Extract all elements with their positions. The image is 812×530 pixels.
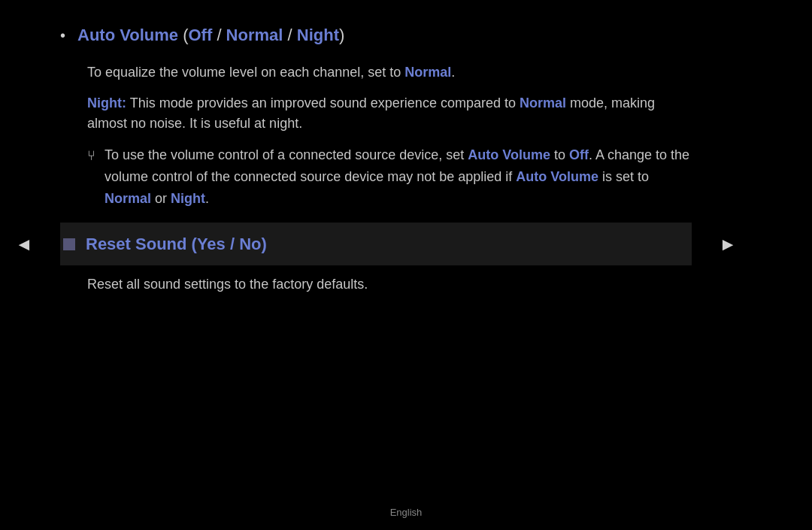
desc2-text: This mode provides an improved sound exp…: [126, 95, 520, 111]
note-text: To use the volume control of a connected…: [105, 144, 692, 209]
title-paren-close: ): [339, 26, 344, 44]
auto-volume-desc2: Night: This mode provides an improved so…: [87, 93, 692, 134]
note-text1: To use the volume control of a connected…: [105, 147, 468, 162]
note-text2: to: [550, 147, 569, 162]
note-normal: Normal: [105, 191, 151, 206]
note-auto-volume-2: Auto Volume: [516, 169, 598, 184]
language-footer: English: [390, 505, 423, 520]
note-text5: or: [151, 191, 171, 206]
reset-sound-icon: [63, 238, 75, 250]
reset-sound-row: ◄ Reset Sound (Yes / No) ►: [60, 223, 692, 265]
note-text6: .: [205, 191, 209, 206]
auto-volume-label: Auto Volume: [77, 26, 178, 44]
reset-sound-label: Reset Sound (: [86, 235, 197, 253]
auto-volume-desc1: To equalize the volume level on each cha…: [87, 62, 692, 83]
note-off: Off: [569, 147, 589, 162]
reset-sound-description: Reset all sound settings to the factory …: [87, 274, 692, 295]
no-label: No: [239, 235, 261, 253]
desc1-end: .: [451, 65, 455, 80]
note-icon: ⑂: [87, 146, 95, 166]
nav-right-arrow[interactable]: ►: [719, 231, 737, 258]
normal-label-title: Normal: [226, 26, 283, 44]
separator1: /: [212, 26, 226, 44]
night-bold: Night:: [87, 95, 126, 111]
desc1-highlight: Normal: [404, 65, 451, 80]
separator2: /: [283, 26, 296, 44]
off-label: Off: [189, 26, 213, 44]
note-text4: is set to: [598, 169, 649, 184]
reset-paren-close: ): [262, 235, 267, 253]
title-paren-open: (: [183, 26, 188, 44]
yes-label: Yes: [197, 235, 226, 253]
desc1-text: To equalize the volume level on each cha…: [87, 65, 404, 80]
reset-separator: /: [226, 235, 239, 253]
reset-sound-title: Reset Sound (Yes / No): [86, 232, 267, 256]
auto-volume-title: Auto Volume (Off / Normal / Night): [77, 23, 344, 47]
nav-left-arrow[interactable]: ◄: [15, 231, 33, 258]
note-night: Night: [171, 191, 205, 206]
night-label-title: Night: [297, 26, 339, 44]
bullet-point: •: [60, 24, 65, 47]
note-auto-volume-1: Auto Volume: [468, 147, 550, 162]
desc2-normal-highlight: Normal: [520, 95, 566, 111]
